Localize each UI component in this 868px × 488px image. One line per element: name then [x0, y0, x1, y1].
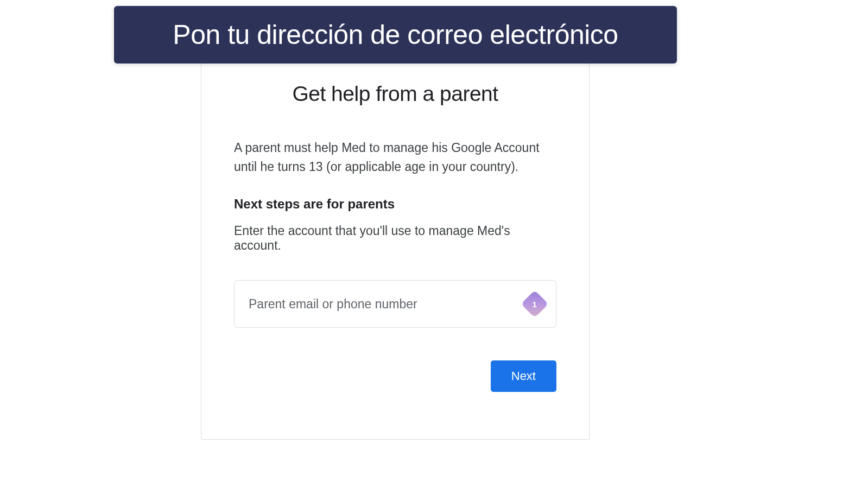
banner-title: Pon tu dirección de correo electrónico — [173, 19, 618, 50]
parent-email-input[interactable] — [234, 280, 556, 328]
badge-number: 1 — [533, 300, 537, 309]
card-description: A parent must help Med to manage his Goo… — [234, 138, 556, 176]
next-button[interactable]: Next — [491, 360, 556, 392]
parent-help-card: Get help from a parent A parent must hel… — [201, 62, 590, 440]
instruction-banner: Pon tu dirección de correo electrónico — [114, 6, 677, 64]
input-wrapper: 1 — [234, 280, 556, 328]
button-row: Next — [234, 360, 556, 392]
card-title: Get help from a parent — [234, 82, 556, 106]
card-instruction: Enter the account that you'll use to man… — [234, 224, 556, 253]
card-subtitle: Next steps are for parents — [234, 197, 556, 212]
